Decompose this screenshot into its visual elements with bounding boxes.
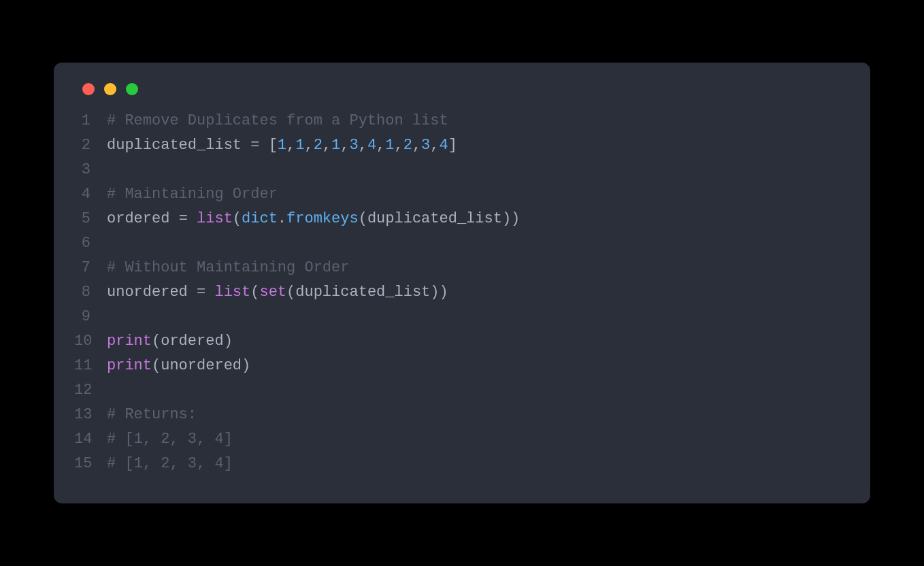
- code-line[interactable]: 12: [74, 378, 850, 403]
- maximize-icon[interactable]: [126, 83, 138, 95]
- token-punct: ,: [304, 137, 313, 154]
- code-content[interactable]: # Without Maintaining Order: [107, 256, 349, 280]
- line-number: 14: [74, 427, 107, 452]
- token-punct: ]: [448, 137, 457, 154]
- code-content[interactable]: duplicated_list = [1,1,2,1,3,4,1,2,3,4]: [107, 133, 457, 158]
- token-keyword: print: [107, 357, 152, 374]
- line-number: 7: [74, 256, 107, 280]
- code-line[interactable]: 15# [1, 2, 3, 4]: [74, 452, 850, 476]
- token-comment: # [1, 2, 3, 4]: [107, 455, 233, 472]
- token-keyword: print: [107, 333, 152, 350]
- token-operator: =: [179, 210, 197, 227]
- token-punct: (: [250, 284, 259, 301]
- token-punct: ,: [323, 137, 331, 154]
- token-punct: ,: [286, 137, 295, 154]
- line-number: 15: [74, 452, 107, 476]
- token-number: 2: [403, 137, 412, 154]
- line-number: 13: [74, 403, 107, 427]
- token-punct: [: [269, 137, 278, 154]
- token-number: 1: [385, 137, 394, 154]
- code-line[interactable]: 11print(unordered): [74, 354, 850, 378]
- code-line[interactable]: 14# [1, 2, 3, 4]: [74, 427, 850, 452]
- code-content[interactable]: # Returns:: [107, 403, 197, 427]
- token-punct: (: [233, 210, 242, 227]
- token-number: 3: [349, 137, 358, 154]
- line-number: 8: [74, 280, 107, 305]
- token-comment: # Remove Duplicates from a Python list: [107, 112, 448, 129]
- code-content[interactable]: ordered = list(dict.fromkeys(duplicated_…: [107, 207, 520, 231]
- token-identifier: ordered: [107, 210, 179, 227]
- code-editor[interactable]: 1# Remove Duplicates from a Python list2…: [54, 109, 870, 476]
- token-punct: ,: [394, 137, 403, 154]
- code-line[interactable]: 1# Remove Duplicates from a Python list: [74, 109, 850, 133]
- minimize-icon[interactable]: [104, 83, 116, 95]
- token-operator: =: [250, 137, 268, 154]
- close-icon[interactable]: [82, 83, 95, 95]
- code-line[interactable]: 6: [74, 231, 850, 256]
- token-punct: (duplicated_list)): [286, 284, 448, 301]
- token-number: 1: [278, 137, 286, 154]
- code-content[interactable]: print(ordered): [107, 329, 233, 354]
- line-number: 12: [74, 378, 107, 403]
- code-line[interactable]: 8unordered = list(set(duplicated_list)): [74, 280, 850, 305]
- token-number: 3: [421, 137, 430, 154]
- line-number: 11: [74, 354, 107, 378]
- line-number: 9: [74, 305, 107, 329]
- token-method: fromkeys: [286, 210, 359, 227]
- token-punct: ,: [430, 137, 439, 154]
- code-line[interactable]: 7# Without Maintaining Order: [74, 256, 850, 280]
- code-line[interactable]: 9: [74, 305, 850, 329]
- code-content[interactable]: # Remove Duplicates from a Python list: [107, 109, 448, 133]
- code-line[interactable]: 4# Maintaining Order: [74, 182, 850, 207]
- token-number: 1: [331, 137, 340, 154]
- token-comment: # Maintaining Order: [107, 186, 278, 203]
- code-line[interactable]: 13# Returns:: [74, 403, 850, 427]
- token-keyword: set: [259, 284, 286, 301]
- code-line[interactable]: 10print(ordered): [74, 329, 850, 354]
- token-identifier: unordered: [107, 284, 197, 301]
- token-comment: # Returns:: [107, 406, 197, 423]
- code-content[interactable]: # Maintaining Order: [107, 182, 278, 207]
- token-punct: ,: [340, 137, 349, 154]
- code-line[interactable]: 3: [74, 158, 850, 182]
- token-punct: ,: [359, 137, 367, 154]
- token-comment: # Without Maintaining Order: [107, 259, 349, 276]
- line-number: 1: [74, 109, 107, 133]
- token-comment: # [1, 2, 3, 4]: [107, 431, 233, 448]
- token-number: 4: [440, 137, 448, 154]
- code-line[interactable]: 5ordered = list(dict.fromkeys(duplicated…: [74, 207, 850, 231]
- token-number: 1: [295, 137, 304, 154]
- token-punct: (unordered): [152, 357, 250, 374]
- line-number: 4: [74, 182, 107, 207]
- token-number: 4: [367, 137, 376, 154]
- line-number: 3: [74, 158, 107, 182]
- token-builtin: dict: [242, 210, 278, 227]
- line-number: 5: [74, 207, 107, 231]
- window-titlebar: [54, 83, 870, 109]
- token-operator: =: [197, 284, 214, 301]
- line-number: 10: [74, 329, 107, 354]
- token-punct: .: [278, 210, 286, 227]
- code-content[interactable]: # [1, 2, 3, 4]: [107, 452, 233, 476]
- code-content[interactable]: # [1, 2, 3, 4]: [107, 427, 233, 452]
- token-identifier: duplicated_list: [107, 137, 250, 154]
- token-punct: (ordered): [152, 333, 233, 350]
- token-number: 2: [314, 137, 323, 154]
- code-content[interactable]: print(unordered): [107, 354, 250, 378]
- token-punct: ,: [412, 137, 421, 154]
- code-content[interactable]: unordered = list(set(duplicated_list)): [107, 280, 448, 305]
- code-window: 1# Remove Duplicates from a Python list2…: [54, 63, 870, 503]
- code-line[interactable]: 2duplicated_list = [1,1,2,1,3,4,1,2,3,4]: [74, 133, 850, 158]
- line-number: 6: [74, 231, 107, 256]
- token-keyword: list: [214, 284, 250, 301]
- line-number: 2: [74, 133, 107, 158]
- token-punct: ,: [376, 137, 385, 154]
- token-punct: (duplicated_list)): [359, 210, 521, 227]
- token-keyword: list: [197, 210, 233, 227]
